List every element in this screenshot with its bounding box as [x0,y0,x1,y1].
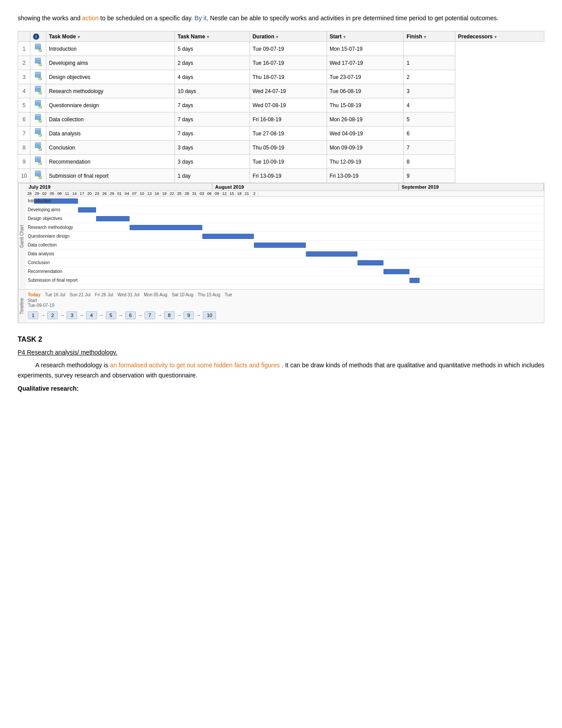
task2-body: A research methodology is an formalised … [18,360,544,393]
gantt-day: 26 [26,191,33,196]
task-name-cell: Data collection [46,112,175,127]
task2-para1-highlight: an formalised activity to get out some h… [110,362,280,369]
bar-label: Research methodology [28,225,73,230]
finish-cell: Mon 26-08-19 [327,112,404,127]
gantt-bar-rows: IntroductionDeveloping aimsDesign object… [26,197,544,289]
start-cell: Wed 07-08-19 [249,98,327,112]
gantt-bar-row: Questionniare design [26,232,544,241]
gantt-day: 03 [198,191,206,196]
arrow-connector: → [196,312,201,318]
timeline-arrows-row: 1→2→3→4→5→6→7→8→9→10 [28,310,542,321]
gantt-day: 10 [138,191,146,196]
gantt-bar-row: Introduction [26,197,544,205]
bar-label: Data analysis [28,251,54,256]
pred-cell: 8 [404,155,455,169]
arrow-box: 6 [125,311,136,319]
gantt-day: 09 [213,191,221,196]
arrow-connector: → [138,312,143,318]
row-num: 5 [18,98,30,112]
intro-text-1: showing the works and [18,15,82,22]
timeline-wrapper: Timeline Today Tue 16 Jul Sun 21 Jul Fri… [18,290,544,323]
arrow-connector: → [157,312,162,318]
arrow-box: 1 [28,311,38,319]
bar-label: Design objectives [28,216,62,221]
info-icon: i [33,34,39,40]
task-mode-cell [30,169,46,183]
table-row: 8 Conclusion 3 days Thu 05-09-19 Mon 09-… [18,141,544,155]
arrow-box: 9 [183,311,194,319]
gantt-day: 26 [101,191,108,196]
pred-cell: 5 [404,112,455,127]
arrow-connector: → [79,312,84,318]
bar-label: Data collection [28,243,57,247]
gantt-bar [78,207,96,213]
arrow-connector: → [99,312,104,318]
header-duration[interactable]: Duration▼ [249,31,327,42]
arrow-connector: → [176,312,182,318]
gantt-day: 29 [33,191,41,196]
row-num: 9 [18,155,30,169]
table-row: 4 Research methodology 10 days Wed 24-07… [18,84,544,98]
gantt-bar [383,269,409,274]
sort-arrow-finish: ▼ [423,35,427,39]
svg-rect-16 [35,115,41,116]
month-august: August 2019 [212,183,399,190]
gantt-day: 20 [86,191,93,196]
gantt-day: 17 [78,191,86,196]
tl-date-7: Thu 15 Aug [198,292,220,297]
task2-title: TASK 2 [18,336,544,343]
intro-highlight-byit: By it, [194,15,208,22]
start-cell: Thu 18-07-19 [249,70,327,84]
start-cell: Fri 16-08-19 [249,112,327,127]
gantt-day: 28 [183,191,191,196]
table-row: 1 Introduction 5 days Tue 09-07-19 Mon 1… [18,42,544,56]
intro-text-3: Nestle can be able to specify works and … [208,15,498,22]
header-task-mode[interactable]: Task Mode▼ [46,31,175,42]
gantt-day: 06 [206,191,213,196]
task-name-cell: Questionniare design [46,98,175,112]
arrow-box: 4 [86,311,97,319]
table-row: 2 Developing aims 2 days Tue 16-07-19 We… [18,56,544,70]
gantt-bar-row: Submission of final report [26,276,544,285]
header-predecessors[interactable]: Predecessors▼ [455,31,544,42]
duration-cell: 3 days [175,155,249,169]
task-mode-icon [34,142,43,152]
task-mode-cell [30,56,46,70]
header-start[interactable]: Start▼ [327,31,404,42]
bar-label: Introduction [28,198,51,203]
header-info: i [30,31,46,42]
bar-label: Conclusion [28,260,49,265]
svg-rect-7 [35,73,41,74]
tl-date-5: Mon 05 Aug [144,292,167,297]
tl-date-8: Tue [225,292,232,297]
header-finish[interactable]: Finish▼ [404,31,455,42]
table-row: 7 Data analysis 7 days Tue 27-08-19 Wed … [18,127,544,141]
pred-cell: 1 [404,56,455,70]
task-mode-cell [30,141,46,155]
gantt-bar [254,243,306,248]
gantt-day: 19 [161,191,168,196]
start-cell: Tue 09-07-19 [249,42,327,56]
row-num: 7 [18,127,30,141]
month-september: September 2019 [399,183,544,190]
pred-cell: 2 [404,70,455,84]
task-name-cell: Research methodology [46,84,175,98]
finish-cell: Mon 15-07-19 [327,42,404,56]
task-mode-icon [34,86,43,95]
pred-cell: 7 [404,141,455,155]
header-task-name[interactable]: Task Name▼ [175,31,249,42]
gantt-day: 25 [176,191,183,196]
task-mode-cell [30,98,46,112]
table-row: 10 Submission of final report 1 day Fri … [18,169,544,183]
gantt-main-area: July 2019 August 2019 September 2019 262… [26,183,544,289]
task-name-cell: Submission of final report [46,169,175,183]
task-name-cell: Design objectives [46,70,175,84]
gantt-days-row: 2629020508111417202326290104071013161922… [26,191,544,197]
gantt-day: 23 [93,191,101,196]
table-row: 6 Data collection 7 days Fri 16-08-19 Mo… [18,112,544,127]
duration-cell: 7 days [175,112,249,127]
gantt-bar-row: Recommendation [26,267,544,276]
duration-cell: 10 days [175,84,249,98]
svg-rect-22 [35,143,41,144]
svg-rect-19 [35,129,41,130]
